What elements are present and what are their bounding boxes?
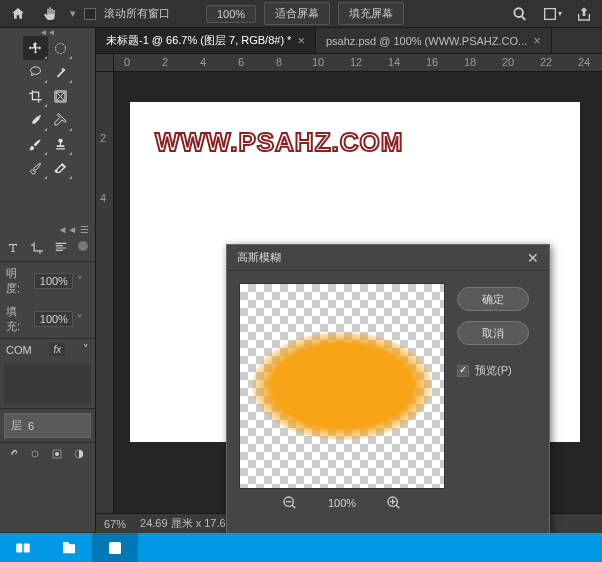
type-tool-icon[interactable] <box>6 241 20 257</box>
fx-button[interactable]: fx <box>49 343 65 356</box>
tab-document-2[interactable]: psahz.psd @ 100% (WWW.PSAHZ.CO...× <box>316 28 552 53</box>
lasso-tool[interactable] <box>23 60 48 84</box>
watermark-text: WWW.PSAHZ.COM <box>155 127 403 158</box>
ruler-vertical: 2 4 <box>96 72 114 532</box>
zoom-display[interactable]: 100% <box>206 5 256 23</box>
close-icon[interactable]: × <box>533 33 541 48</box>
fill-label: 填充: <box>6 304 30 334</box>
scroll-all-checkbox[interactable] <box>84 8 96 20</box>
chevron-down-icon[interactable]: ˅ <box>77 313 89 326</box>
zoom-in-icon[interactable] <box>384 493 404 513</box>
svg-point-0 <box>56 43 66 53</box>
taskbar-app-2[interactable] <box>46 533 92 562</box>
crop-icon[interactable] <box>30 241 44 257</box>
svg-rect-9 <box>109 542 121 554</box>
close-icon[interactable]: × <box>297 33 305 48</box>
svg-rect-8 <box>24 543 30 552</box>
crop-tool[interactable] <box>23 84 48 108</box>
stamp-tool[interactable] <box>48 132 73 156</box>
zoom-out-icon[interactable] <box>280 493 300 513</box>
eraser-tool[interactable] <box>48 156 73 180</box>
preview-area[interactable] <box>239 283 445 489</box>
preview-checkbox[interactable] <box>457 365 469 377</box>
style-icon[interactable] <box>28 447 42 461</box>
taskbar-app-3[interactable] <box>138 533 184 562</box>
ruler-horizontal: 024681012141618202224 <box>114 54 602 71</box>
ok-button[interactable]: 确定 <box>457 287 529 311</box>
search-icon[interactable] <box>508 3 532 25</box>
home-icon[interactable] <box>6 3 30 25</box>
fill-input[interactable]: 100% <box>34 311 73 327</box>
svg-point-3 <box>55 452 59 456</box>
taskbar-app-4[interactable] <box>184 533 230 562</box>
record-icon[interactable] <box>78 241 88 251</box>
tab-document-1[interactable]: 未标题-1 @ 66.7% (图层 7, RGB/8#) *× <box>96 28 316 53</box>
taskbar <box>0 533 602 562</box>
mask-icon[interactable] <box>50 447 64 461</box>
share-icon[interactable] <box>572 3 596 25</box>
panel-collapse[interactable]: ◄◄ ☰ <box>0 222 95 237</box>
close-icon[interactable]: ✕ <box>527 250 539 266</box>
link-icon[interactable] <box>6 447 20 461</box>
brush-tool[interactable] <box>23 132 48 156</box>
healing-tool[interactable] <box>48 108 73 132</box>
eyedropper-tool[interactable] <box>23 108 48 132</box>
fill-screen-button[interactable]: 填充屏幕 <box>338 2 404 25</box>
history-brush-tool[interactable] <box>23 156 48 180</box>
wand-tool[interactable] <box>48 60 73 84</box>
layout-icon[interactable]: ▾ <box>540 3 564 25</box>
opacity-label: 明度: <box>6 266 30 296</box>
scroll-all-label: 滚动所有窗口 <box>104 6 170 21</box>
taskbar-app-1[interactable] <box>0 533 46 562</box>
hand-tool-icon[interactable] <box>38 3 62 25</box>
fit-screen-button[interactable]: 适合屏幕 <box>264 2 330 25</box>
move-tool[interactable] <box>23 36 48 60</box>
adjustment-icon[interactable] <box>72 447 86 461</box>
layer-item[interactable]: 层 6 <box>4 413 91 438</box>
chevron-down-icon[interactable]: ˅ <box>77 275 89 288</box>
svg-rect-7 <box>16 543 22 552</box>
status-dims: 24.69 厘米 x 17.64 <box>140 516 232 531</box>
chevron-down-icon[interactable]: ˅ <box>83 343 89 356</box>
dialog-title: 高斯模糊 <box>237 250 281 265</box>
gaussian-blur-dialog: 高斯模糊 ✕ 100% 确定 取消 预览(P) 半径(R): 像素 <box>226 244 550 562</box>
opacity-input[interactable]: 100% <box>34 273 73 289</box>
taskbar-app-active[interactable] <box>92 533 138 562</box>
align-icon[interactable] <box>54 241 68 257</box>
marquee-tool[interactable] <box>48 36 73 60</box>
preview-label: 预览(P) <box>475 363 512 378</box>
status-zoom: 67% <box>104 518 126 530</box>
panel-handle[interactable]: ◄◄ <box>0 28 95 36</box>
com-text: COM <box>6 344 32 356</box>
frame-tool[interactable] <box>48 84 73 108</box>
svg-point-1 <box>32 451 38 457</box>
preview-zoom: 100% <box>328 497 356 509</box>
cancel-button[interactable]: 取消 <box>457 321 529 345</box>
